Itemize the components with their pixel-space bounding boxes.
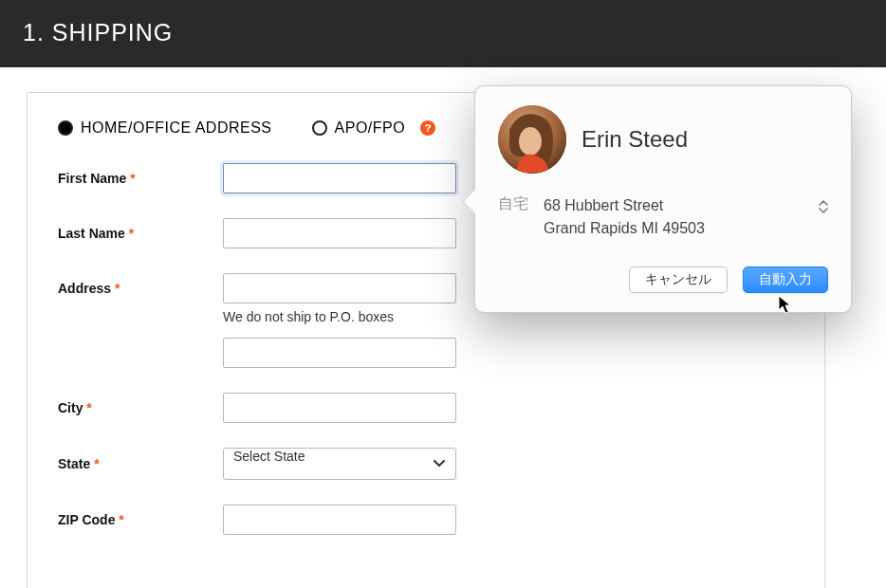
- cancel-button[interactable]: キャンセル: [629, 266, 728, 293]
- zip-label: ZIP Code *: [58, 512, 223, 527]
- state-select-value: Select State: [233, 449, 305, 464]
- address-line2-input[interactable]: [223, 338, 456, 368]
- avatar: [498, 105, 566, 174]
- zip-input[interactable]: [223, 505, 456, 535]
- address-stepper[interactable]: [819, 200, 828, 213]
- radio-home-office-label: HOME/OFFICE ADDRESS: [81, 119, 272, 137]
- autofill-button[interactable]: 自動入力: [743, 266, 828, 293]
- chevron-down-icon: [819, 208, 828, 213]
- city-label: City *: [58, 400, 223, 415]
- city-input[interactable]: [223, 393, 456, 423]
- radio-dot-selected-icon: [58, 120, 73, 136]
- address-line-2: Grand Rapids MI 49503: [544, 217, 807, 240]
- first-name-label: First Name *: [58, 171, 223, 186]
- help-icon[interactable]: ?: [420, 120, 435, 136]
- state-label: State *: [58, 456, 223, 471]
- autofill-address: 68 Hubbert Street Grand Rapids MI 49503: [544, 194, 807, 240]
- last-name-label: Last Name *: [58, 226, 223, 241]
- first-name-input[interactable]: [223, 163, 456, 193]
- contact-name: Erin Steed: [581, 126, 688, 153]
- radio-dot-unselected-icon: [312, 120, 327, 136]
- radio-apo-fpo-label: APO/FPO: [335, 119, 406, 137]
- address-tag: 自宅: [498, 194, 532, 214]
- address-line-1: 68 Hubbert Street: [544, 194, 807, 217]
- chevron-up-icon: [819, 200, 828, 206]
- radio-apo-fpo[interactable]: APO/FPO: [312, 119, 406, 137]
- svg-point-1: [519, 127, 542, 156]
- last-name-input[interactable]: [223, 218, 456, 248]
- state-select[interactable]: Select State: [223, 448, 456, 480]
- checkout-step-title: 1. Shipping: [23, 19, 173, 46]
- address-line1-input[interactable]: [223, 273, 456, 303]
- autofill-popover: Erin Steed 自宅 68 Hubbert Street Grand Ra…: [474, 85, 852, 313]
- checkout-step-header: 1. Shipping: [0, 0, 886, 67]
- address-label: Address *: [58, 281, 223, 296]
- radio-home-office[interactable]: HOME/OFFICE ADDRESS: [58, 119, 272, 137]
